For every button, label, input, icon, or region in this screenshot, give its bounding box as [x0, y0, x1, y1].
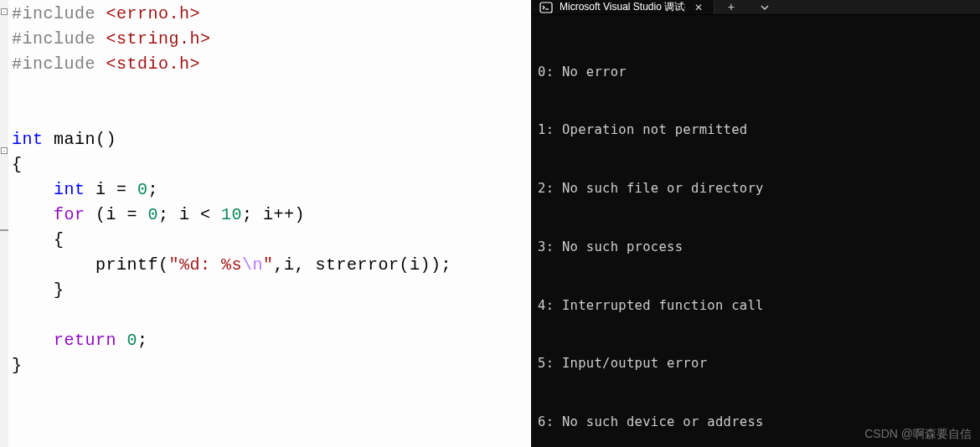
terminal-app-icon — [539, 1, 553, 14]
tab-title: Microsoft Visual Studio 调试控 — [560, 0, 685, 14]
code-line: int i = 0; — [0, 177, 531, 203]
code-editor[interactable]: - - #include <errno.h> #include <string.… — [0, 0, 531, 447]
code-line: for (i = 0; i < 10; i++) — [0, 203, 531, 228]
code-line: int main() — [0, 127, 531, 152]
code-line — [0, 102, 531, 127]
code-line: { — [0, 152, 531, 177]
close-icon[interactable]: ✕ — [692, 1, 705, 14]
svg-rect-0 — [540, 3, 552, 13]
fold-icon[interactable]: - — [1, 8, 8, 15]
terminal-tabbar: Microsoft Visual Studio 调试控 ✕ + — [531, 0, 980, 15]
fold-icon[interactable]: - — [1, 147, 8, 154]
terminal-output[interactable]: 0: No error 1: Operation not permitted 2… — [531, 15, 980, 447]
code-line: #include <errno.h> — [0, 2, 531, 27]
code-line: { — [0, 228, 531, 253]
output-line: 3: No such process — [538, 238, 973, 257]
new-tab-button[interactable]: + — [714, 0, 748, 14]
editor-gutter: - - — [0, 0, 8, 447]
terminal-window: Microsoft Visual Studio 调试控 ✕ + 0: No er… — [531, 0, 980, 447]
code-line: } — [0, 353, 531, 378]
chevron-down-icon — [760, 3, 770, 13]
code-line: #include <string.h> — [0, 27, 531, 52]
output-line: 5: Input/output error — [538, 354, 973, 373]
code-line — [0, 77, 531, 102]
output-line: 1: Operation not permitted — [538, 121, 973, 140]
code-line: #include <stdio.h> — [0, 52, 531, 77]
output-line: 0: No error — [538, 63, 973, 82]
code-line: return 0; — [0, 328, 531, 353]
code-line — [0, 303, 531, 328]
watermark: CSDN @啊森要自信 — [864, 427, 972, 442]
output-line: 4: Interrupted function call — [538, 296, 973, 316]
terminal-tab[interactable]: Microsoft Visual Studio 调试控 ✕ — [531, 0, 714, 14]
code-line: } — [0, 278, 531, 303]
output-line: 2: No such file or directory — [538, 179, 973, 198]
code-line: printf("%d: %s\n",i, strerror(i)); — [0, 253, 531, 278]
tab-dropdown-button[interactable] — [748, 0, 781, 14]
gutter-tick — [0, 229, 8, 231]
